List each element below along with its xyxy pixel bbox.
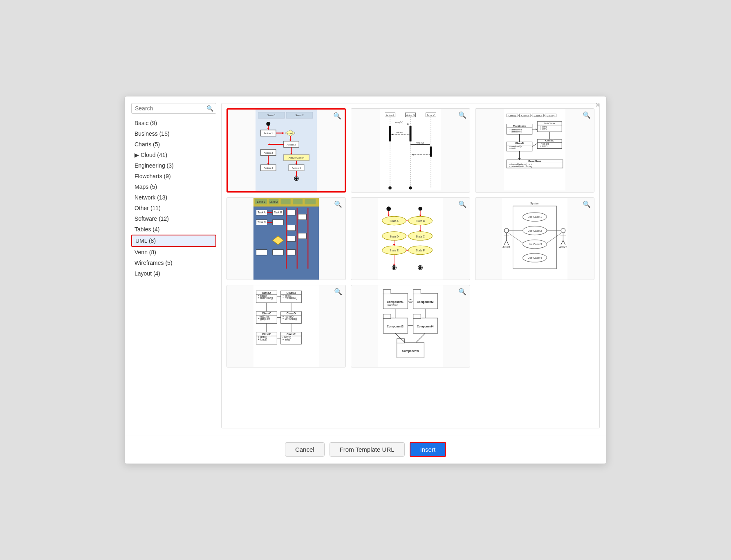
svg-text:Component3: Component3 — [387, 325, 404, 328]
sidebar-item-tables[interactable]: Tables (4) — [131, 224, 216, 235]
card-inner-1: Swim 1 Swim 2 Action 1 — [228, 110, 345, 191]
svg-text:Use Case 1: Use Case 1 — [528, 215, 542, 218]
svg-text:+ compute(): + compute() — [283, 317, 297, 320]
zoom-icon-7[interactable]: 🔍 — [334, 288, 342, 296]
sidebar-list: Basic (9) Business (15) Charts (5) ▶ Clo… — [131, 118, 216, 279]
sidebar-item-cloud[interactable]: ▶ Cloud (41) — [131, 150, 216, 160]
sidebar-item-wireframes[interactable]: Wireframes (5) — [131, 258, 216, 268]
search-icon: 🔍 — [206, 105, 213, 112]
template-grid: 🔍 Swim 1 Swim 2 — [226, 108, 594, 367]
svg-text:Class4: Class4 — [547, 114, 555, 117]
card-inner-2: Actor A Actor B Actor C — [351, 109, 470, 190]
sidebar-item-maps[interactable]: Maps (5) — [131, 181, 216, 192]
svg-rect-254 — [413, 314, 421, 319]
zoom-icon-3[interactable]: 🔍 — [583, 111, 591, 119]
svg-text:- privateField: String: - privateField: String — [509, 165, 532, 168]
sidebar-item-charts[interactable]: Charts (5) — [131, 139, 216, 150]
sidebar-item-software[interactable]: Software (12) — [131, 213, 216, 224]
svg-text:+ methodA(): + methodA() — [258, 296, 273, 300]
sidebar: 🔍 Basic (9) Business (15) Charts (5) ▶ C… — [131, 103, 221, 428]
card-inner-4: Lane 1 Lane 2 Task A Task B — [227, 198, 345, 280]
svg-rect-131 — [287, 210, 296, 215]
svg-text:ClassB: ClassB — [287, 291, 296, 294]
svg-text:Swim 2: Swim 2 — [295, 114, 304, 116]
svg-text:State A: State A — [390, 220, 399, 222]
sidebar-item-other[interactable]: Other (11) — [131, 203, 216, 213]
svg-text:Actor A: Actor A — [386, 114, 395, 116]
svg-rect-246 — [413, 290, 421, 294]
svg-text:Component1: Component1 — [387, 300, 404, 304]
from-template-url-button[interactable]: From Template URL — [330, 442, 405, 457]
sidebar-item-layout[interactable]: Layout (4) — [131, 268, 216, 279]
svg-text:Action 4: Action 4 — [264, 166, 273, 169]
svg-point-5 — [266, 122, 270, 126]
template-card-4[interactable]: 🔍 Lane 1 — [226, 197, 346, 280]
svg-text:Action 2: Action 2 — [287, 143, 296, 146]
sidebar-item-basic[interactable]: Basic (9) — [131, 118, 216, 128]
zoom-icon-4[interactable]: 🔍 — [334, 200, 342, 208]
svg-text:Task C: Task C — [258, 221, 266, 224]
svg-text:State B: State B — [416, 220, 425, 222]
sidebar-item-business[interactable]: Business (15) — [131, 128, 216, 139]
svg-text:Component2: Component2 — [417, 300, 434, 304]
uml-component-diagram: Component1 interface Component2 Com — [351, 285, 470, 367]
svg-text:Actor1: Actor1 — [502, 246, 511, 249]
svg-text:Action 1: Action 1 — [264, 132, 273, 134]
zoom-icon-6[interactable]: 🔍 — [583, 200, 591, 208]
svg-point-141 — [386, 206, 391, 211]
template-card-3[interactable]: 🔍 Class1 Class2 Class3 Class4 — [475, 108, 594, 193]
svg-text:Class1: Class1 — [508, 114, 516, 117]
template-grid-container[interactable]: 🔍 Swim 1 Swim 2 — [221, 103, 600, 428]
svg-text:State C: State C — [416, 235, 425, 238]
insert-button[interactable]: Insert — [410, 442, 446, 457]
svg-text:Actor C: Actor C — [427, 114, 435, 116]
svg-text:msg2(): msg2() — [416, 141, 424, 144]
svg-text:ClassB: ClassB — [515, 141, 524, 144]
svg-text:Swim 1: Swim 1 — [267, 114, 276, 116]
search-box[interactable]: 🔍 — [131, 103, 216, 114]
svg-text:Actor B: Actor B — [406, 114, 415, 116]
card-inner-7: ClassA + fieldA + methodA() ClassB + fie… — [227, 285, 345, 367]
svg-rect-242 — [383, 290, 391, 294]
svg-text:Class3: Class3 — [534, 114, 542, 117]
card-inner-3: Class1 Class2 Class3 Class4 — [475, 109, 594, 190]
sidebar-item-uml[interactable]: UML (8) — [131, 235, 216, 247]
dialog-footer: Cancel From Template URL Insert — [125, 435, 606, 464]
svg-text:MainClass: MainClass — [513, 124, 526, 127]
zoom-icon-2[interactable]: 🔍 — [458, 111, 466, 119]
template-card-8[interactable]: 🔍 Component1 interface Component2 — [351, 285, 470, 367]
svg-rect-113 — [293, 199, 303, 204]
svg-text:interface: interface — [388, 304, 398, 307]
uml-sequence-diagram: Actor A Actor B Actor C — [351, 109, 470, 190]
template-card-5[interactable]: 🔍 State A — [351, 197, 470, 280]
sidebar-item-venn[interactable]: Venn (8) — [131, 247, 216, 258]
zoom-icon-5[interactable]: 🔍 — [458, 200, 466, 208]
svg-text:ClassC: ClassC — [545, 139, 554, 142]
svg-rect-114 — [305, 199, 316, 204]
zoom-icon-8[interactable]: 🔍 — [458, 288, 466, 296]
svg-point-169 — [419, 266, 422, 269]
svg-rect-51 — [410, 126, 412, 142]
template-card-7[interactable]: 🔍 ClassA + fieldA + methodA() — [226, 285, 346, 367]
svg-point-62 — [388, 186, 392, 190]
search-input[interactable] — [135, 105, 206, 112]
card-inner-8: Component1 interface Component2 Com — [351, 285, 470, 367]
svg-rect-138 — [273, 250, 284, 255]
sidebar-item-engineering[interactable]: Engineering (3) — [131, 160, 216, 171]
svg-text:ClassF: ClassF — [287, 333, 296, 336]
svg-text:Activity Action: Activity Action — [289, 156, 305, 159]
svg-rect-137 — [256, 250, 267, 255]
close-button[interactable]: × — [595, 101, 600, 109]
svg-text:+ attribute2: + attribute2 — [509, 130, 522, 133]
template-card-2[interactable]: 🔍 Actor A Actor B Actor C — [351, 108, 470, 193]
svg-point-63 — [409, 186, 412, 190]
template-card-1[interactable]: 🔍 Swim 1 Swim 2 — [226, 108, 346, 193]
sidebar-item-flowcharts[interactable]: Flowcharts (9) — [131, 171, 216, 181]
zoom-icon-1[interactable]: 🔍 — [333, 112, 341, 120]
template-card-6[interactable]: 🔍 System Use Case 1 Use Case 2 — [475, 197, 594, 280]
svg-text:+ get(): int: + get(): int — [258, 317, 270, 320]
svg-text:ClassC: ClassC — [262, 312, 271, 315]
sidebar-item-network[interactable]: Network (13) — [131, 192, 216, 203]
svg-text:ClassD: ClassD — [287, 312, 296, 315]
cancel-button[interactable]: Cancel — [285, 442, 325, 457]
